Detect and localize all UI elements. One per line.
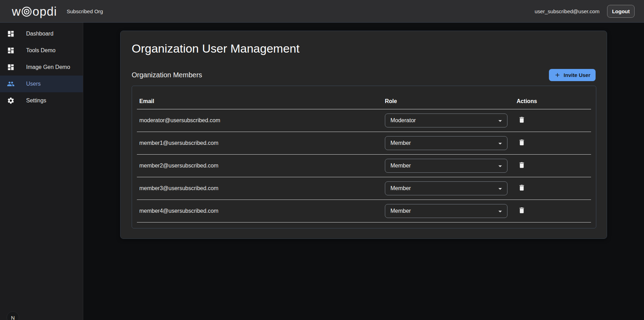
logo-target-icon: [21, 6, 32, 17]
chevron-down-icon: [496, 185, 504, 193]
logo-text-pre: w: [12, 5, 21, 17]
delete-user-button[interactable]: [517, 161, 526, 170]
table-row: member2@usersubscribed.com Member: [137, 155, 591, 177]
sidebar-item-settings[interactable]: Settings: [0, 92, 83, 109]
trash-icon: [518, 206, 526, 214]
gear-icon: [7, 96, 15, 105]
members-table: Email Role Actions moderator@usersubscri…: [132, 86, 596, 228]
sidebar-item-label: Dashboard: [26, 31, 53, 37]
people-icon: [7, 80, 15, 88]
top-app-bar: w opdi Subscribed Org user_subscribed@us…: [0, 0, 644, 23]
dashboard-icon: [7, 46, 15, 55]
app-logo: w opdi: [12, 5, 57, 17]
chevron-down-icon: [496, 162, 504, 170]
trash-icon: [518, 139, 526, 146]
section-title: Organization Members: [132, 71, 202, 79]
role-select-value: Member: [390, 140, 411, 146]
member-email: member2@usersubscribed.com: [137, 163, 385, 169]
member-email: member3@usersubscribed.com: [137, 185, 385, 192]
invite-user-button[interactable]: Invite User: [549, 69, 596, 81]
role-select-value: Moderator: [390, 117, 416, 124]
delete-user-button[interactable]: [517, 184, 526, 193]
role-select[interactable]: Moderator: [385, 114, 507, 127]
column-header-actions: Actions: [517, 98, 591, 104]
table-row: member1@usersubscribed.com Member: [137, 132, 591, 155]
sidebar-item-dashboard[interactable]: Dashboard: [0, 25, 83, 42]
section-header: Organization Members Invite User: [132, 69, 596, 81]
plus-icon: [554, 72, 561, 78]
member-email: member4@usersubscribed.com: [137, 208, 385, 214]
logo-text-post: opdi: [32, 5, 57, 17]
role-select-value: Member: [390, 185, 411, 192]
table-row: member3@usersubscribed.com Member: [137, 177, 591, 200]
trash-icon: [518, 161, 526, 169]
member-email: moderator@usersubscribed.com: [137, 117, 385, 124]
invite-user-label: Invite User: [564, 72, 590, 78]
table-row: moderator@usersubscribed.com Moderator: [137, 109, 591, 132]
sidebar-item-image-gen-demo[interactable]: Image Gen Demo: [0, 59, 83, 76]
sidebar-item-users[interactable]: Users: [0, 76, 83, 92]
main-card: Organization User Management Organizatio…: [120, 31, 607, 239]
chevron-down-icon: [496, 139, 504, 148]
table-header-row: Email Role Actions: [137, 86, 591, 109]
user-email: user_subscribed@user.com: [535, 8, 599, 14]
logout-button[interactable]: Logout: [607, 5, 635, 18]
delete-user-button[interactable]: [517, 206, 526, 216]
member-email: member1@usersubscribed.com: [137, 140, 385, 146]
sidebar-item-label: Users: [26, 81, 41, 87]
role-select-value: Member: [390, 208, 411, 214]
role-select[interactable]: Member: [385, 181, 507, 195]
delete-user-button[interactable]: [517, 116, 526, 125]
trash-icon: [518, 184, 526, 192]
page-title: Organization User Management: [132, 41, 596, 55]
role-select[interactable]: Member: [385, 159, 507, 173]
role-select[interactable]: Member: [385, 136, 507, 150]
dashboard-icon: [7, 63, 15, 71]
org-name: Subscribed Org: [67, 8, 103, 14]
sidebar-item-label: Settings: [26, 97, 46, 104]
delete-user-button[interactable]: [517, 139, 526, 148]
table-row: member4@usersubscribed.com Member: [137, 200, 591, 223]
role-select-value: Member: [390, 163, 411, 169]
sidebar-item-label: Tools Demo: [26, 47, 55, 54]
column-header-email: Email: [137, 98, 385, 104]
sidebar: Dashboard Tools Demo Image Gen Demo User…: [0, 23, 83, 320]
chevron-down-icon: [496, 207, 504, 216]
chevron-down-icon: [496, 117, 504, 125]
role-select[interactable]: Member: [385, 204, 507, 218]
dashboard-icon: [7, 30, 15, 38]
column-header-role: Role: [385, 98, 517, 104]
sidebar-item-label: Image Gen Demo: [26, 64, 70, 70]
trash-icon: [518, 116, 526, 124]
sidebar-item-tools-demo[interactable]: Tools Demo: [0, 42, 83, 59]
